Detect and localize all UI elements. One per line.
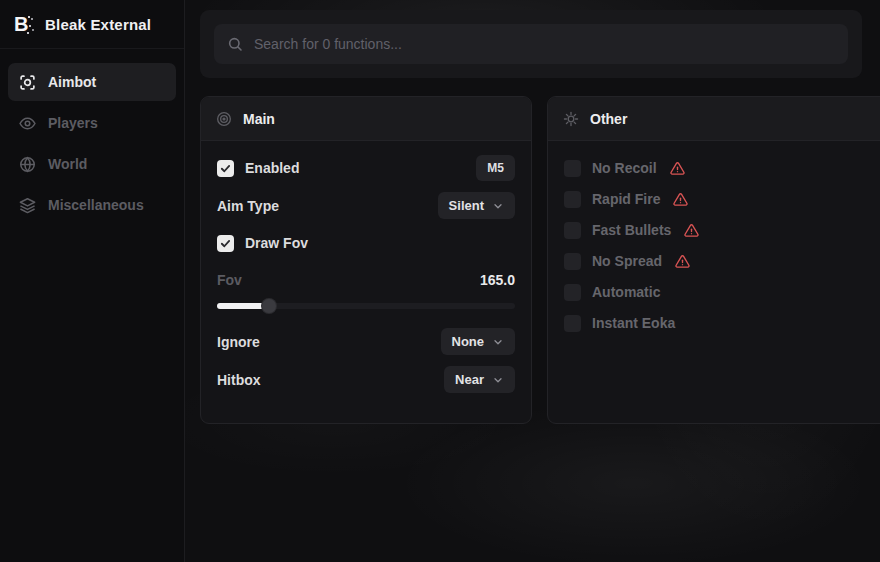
main-panel-title: Main	[243, 111, 275, 127]
globe-icon	[19, 156, 36, 173]
sidebar: B Bleak External Aimbot	[0, 0, 185, 562]
instant-eoka-label: Instant Eoka	[592, 315, 675, 331]
sidebar-item-label: Players	[48, 115, 98, 131]
hitbox-label: Hitbox	[217, 372, 261, 388]
sidebar-item-players[interactable]: Players	[8, 104, 176, 142]
main-panel-body: Enabled M5 Aim Type Silent	[201, 141, 531, 407]
aim-type-row: Aim Type Silent	[217, 192, 515, 219]
no-spread-checkbox[interactable]	[564, 253, 581, 270]
search-icon	[227, 36, 243, 52]
sidebar-item-label: Miscellaneous	[48, 197, 144, 213]
chevron-down-icon	[492, 336, 504, 348]
draw-fov-label: Draw Fov	[245, 235, 308, 251]
enabled-row: Enabled M5	[217, 155, 515, 181]
fov-slider-thumb[interactable]	[262, 299, 276, 313]
main-panel: Main Enabled M5 Aim Type	[200, 96, 532, 424]
main-panel-header: Main	[201, 97, 531, 141]
fov-value: 165.0	[480, 272, 515, 288]
other-panel-header: Other	[548, 97, 880, 141]
chevron-down-icon	[492, 200, 504, 212]
other-panel: Other No Recoil Rapid Fire	[547, 96, 880, 424]
layers-icon	[19, 197, 36, 214]
search-box[interactable]	[214, 24, 848, 64]
rapid-fire-checkbox[interactable]	[564, 191, 581, 208]
option-row-no-spread: No Spread	[564, 248, 880, 274]
chevron-down-icon	[492, 374, 504, 386]
no-recoil-label: No Recoil	[592, 160, 657, 176]
option-row-no-recoil: No Recoil	[564, 155, 880, 181]
ignore-label: Ignore	[217, 334, 260, 350]
other-panel-title: Other	[590, 111, 627, 127]
target-icon	[216, 111, 232, 127]
warning-triangle-icon	[684, 223, 699, 238]
brand: B Bleak External	[0, 0, 184, 49]
content-area: Main Enabled M5 Aim Type	[185, 0, 880, 562]
fov-slider[interactable]	[217, 299, 515, 313]
crosshair-scan-icon	[19, 74, 36, 91]
warning-triangle-icon	[673, 192, 688, 207]
draw-fov-row: Draw Fov	[217, 230, 515, 256]
option-row-fast-bullets: Fast Bullets	[564, 217, 880, 243]
app-window: B Bleak External Aimbot	[0, 0, 880, 562]
hitbox-select[interactable]: Near	[444, 366, 515, 393]
gear-icon	[563, 111, 579, 127]
no-spread-label: No Spread	[592, 253, 662, 269]
automatic-label: Automatic	[592, 284, 660, 300]
ignore-row: Ignore None	[217, 328, 515, 355]
ignore-value: None	[452, 334, 485, 349]
fast-bullets-checkbox[interactable]	[564, 222, 581, 239]
fov-label: Fov	[217, 272, 242, 288]
sidebar-nav: Aimbot Players	[0, 49, 184, 227]
option-row-instant-eoka: Instant Eoka	[564, 310, 880, 336]
enabled-keybind-button[interactable]: M5	[476, 155, 515, 181]
instant-eoka-checkbox[interactable]	[564, 315, 581, 332]
aim-type-label: Aim Type	[217, 198, 279, 214]
aim-type-value: Silent	[449, 198, 484, 213]
option-row-automatic: Automatic	[564, 279, 880, 305]
sidebar-item-label: Aimbot	[48, 74, 96, 90]
sidebar-item-world[interactable]: World	[8, 145, 176, 183]
no-recoil-checkbox[interactable]	[564, 160, 581, 177]
app-logo-icon: B	[14, 13, 34, 35]
draw-fov-checkbox[interactable]	[217, 235, 234, 252]
enabled-checkbox[interactable]	[217, 160, 234, 177]
search-input[interactable]	[254, 36, 835, 52]
panels-row: Main Enabled M5 Aim Type	[200, 96, 880, 424]
sidebar-item-miscellaneous[interactable]: Miscellaneous	[8, 186, 176, 224]
other-panel-body: No Recoil Rapid Fire F	[548, 141, 880, 355]
eye-icon	[19, 115, 36, 132]
rapid-fire-label: Rapid Fire	[592, 191, 660, 207]
sidebar-item-aimbot[interactable]: Aimbot	[8, 63, 176, 101]
sidebar-item-label: World	[48, 156, 87, 172]
warning-triangle-icon	[670, 161, 685, 176]
search-container	[200, 10, 862, 78]
fast-bullets-label: Fast Bullets	[592, 222, 671, 238]
enabled-label: Enabled	[245, 160, 299, 176]
warning-triangle-icon	[675, 254, 690, 269]
option-row-rapid-fire: Rapid Fire	[564, 186, 880, 212]
app-title: Bleak External	[45, 16, 151, 33]
automatic-checkbox[interactable]	[564, 284, 581, 301]
hitbox-value: Near	[455, 372, 484, 387]
aim-type-select[interactable]: Silent	[438, 192, 515, 219]
hitbox-row: Hitbox Near	[217, 366, 515, 393]
fov-row: Fov 165.0	[217, 267, 515, 293]
ignore-select[interactable]: None	[441, 328, 516, 355]
